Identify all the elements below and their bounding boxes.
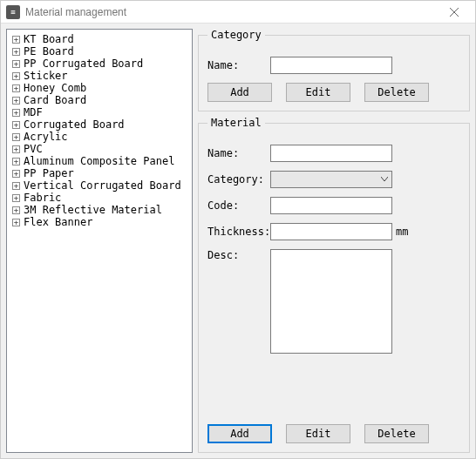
material-category-select[interactable] [270,171,392,188]
category-delete-button[interactable]: Delete [364,83,429,102]
titlebar: ≡ Material management [1,1,475,24]
tree-item[interactable]: +Vertical Corrugated Board [9,179,190,192]
material-thickness-input[interactable] [270,223,392,240]
material-add-button[interactable]: Add [207,424,272,443]
tree-item[interactable]: +3M Reflective Material [9,204,190,216]
material-group: Material Name: Category: Code: [198,117,470,453]
tree-item[interactable]: +Corrugated Board [9,118,190,131]
tree-item[interactable]: +Fabric [9,192,190,204]
expand-icon[interactable]: + [12,158,20,165]
tree-item[interactable]: +Card Board [9,94,190,106]
expand-icon[interactable]: + [12,97,20,105]
tree-item[interactable]: +Flex Banner [9,216,190,228]
tree-item-label: Aluminum Composite Panel [24,155,174,167]
material-desc-label: Desc: [207,249,270,261]
expand-icon[interactable]: + [12,121,20,129]
close-icon [450,8,459,17]
tree-item[interactable]: +Aluminum Composite Panel [9,155,190,167]
category-legend: Category [207,29,265,41]
expand-icon[interactable]: + [12,84,20,92]
category-edit-button[interactable]: Edit [286,83,350,102]
tree-item[interactable]: +PP Corrugated Board [9,57,190,70]
tree-item-label: Card Board [24,94,86,106]
category-name-label: Name: [207,59,270,71]
category-name-input[interactable] [270,57,392,74]
category-tree[interactable]: +KT Board+PE Board+PP Corrugated Board+S… [6,29,193,453]
tree-item-label: Corrugated Board [24,118,125,131]
tree-item-label: Sticker [24,70,68,82]
material-code-input[interactable] [270,197,392,214]
material-edit-button[interactable]: Edit [286,424,350,443]
tree-item[interactable]: +PE Board [9,45,190,57]
material-legend: Material [207,117,265,129]
expand-icon[interactable]: + [12,133,20,141]
material-desc-textarea[interactable] [270,249,392,354]
expand-icon[interactable]: + [12,36,20,44]
material-code-label: Code: [207,199,270,212]
tree-item-label: KT Board [24,33,74,45]
material-delete-button[interactable]: Delete [364,424,429,443]
tree-item[interactable]: +PVC [9,143,190,155]
chevron-down-icon [381,177,388,182]
material-name-label: Name: [207,147,270,159]
tree-item-label: PP Corrugated Board [24,57,143,70]
material-thickness-label: Thickness: [207,226,270,238]
tree-item-label: Vertical Corrugated Board [24,179,181,192]
expand-icon[interactable]: + [12,194,20,202]
category-add-button[interactable]: Add [207,83,272,102]
tree-item[interactable]: +Honey Comb [9,82,190,94]
expand-icon[interactable]: + [12,206,20,214]
expand-icon[interactable]: + [12,48,20,56]
tree-item[interactable]: +KT Board [9,33,190,45]
material-name-input[interactable] [270,145,392,162]
expand-icon[interactable]: + [12,182,20,190]
close-button[interactable] [437,1,472,24]
tree-item-label: 3M Reflective Material [24,204,162,216]
app-icon: ≡ [6,5,20,19]
tree-item-label: PE Board [24,45,74,57]
window: ≡ Material management +KT Board+PE Board… [0,0,476,459]
tree-item-label: Acrylic [24,131,68,143]
material-category-label: Category: [207,173,270,186]
expand-icon[interactable]: + [12,170,20,178]
right-panel: Category Name: Add Edit Delete Material … [198,29,470,453]
tree-item[interactable]: +Acrylic [9,131,190,143]
tree-item-label: Flex Banner [24,216,92,228]
tree-item[interactable]: +MDF [9,106,190,118]
expand-icon[interactable]: + [12,60,20,68]
tree-item-label: PVC [24,143,43,155]
thickness-unit: mm [396,226,408,238]
expand-icon[interactable]: + [12,219,20,226]
tree-item-label: Honey Comb [24,82,86,94]
window-title: Material management [25,6,437,18]
tree-item[interactable]: +Sticker [9,70,190,82]
category-group: Category Name: Add Edit Delete [198,29,470,111]
expand-icon[interactable]: + [12,72,20,80]
window-body: +KT Board+PE Board+PP Corrugated Board+S… [1,24,475,458]
tree-item-label: PP Paper [24,167,74,179]
expand-icon[interactable]: + [12,145,20,153]
tree-item-label: MDF [24,106,43,118]
expand-icon[interactable]: + [12,109,20,117]
tree-item[interactable]: +PP Paper [9,167,190,179]
tree-item-label: Fabric [24,192,61,204]
